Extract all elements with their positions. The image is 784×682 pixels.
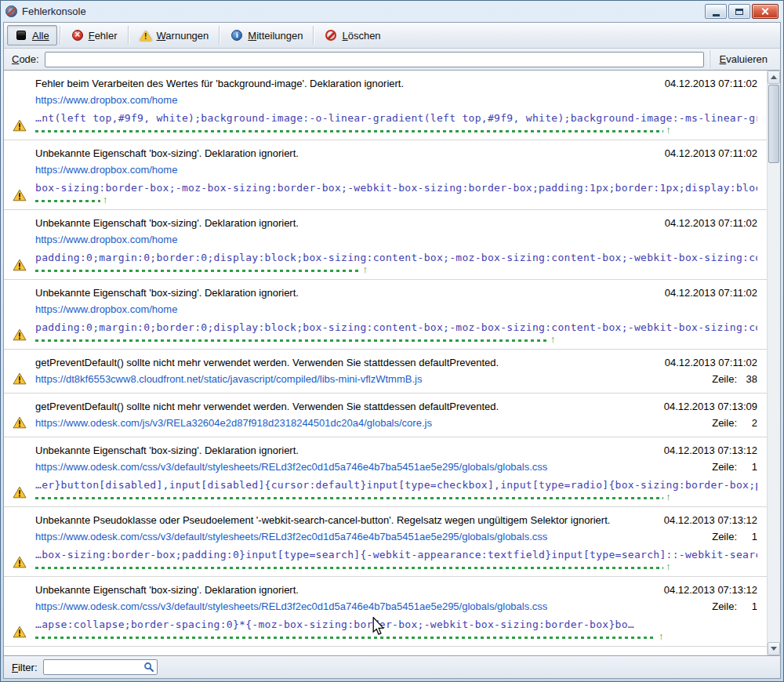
entry-message: getPreventDefault() sollte nicht mehr ve…	[35, 356, 665, 370]
warning-icon	[13, 259, 27, 271]
warning-icon	[13, 486, 27, 499]
error-position-dashes	[35, 637, 656, 639]
console-entry[interactable]: Unbekannte Eigenschaft 'box-sizing'. Dek…	[4, 210, 767, 280]
entry-message: Unbekannte Eigenschaft 'box-sizing'. Dek…	[35, 583, 664, 597]
entry-message: Unbekannte Eigenschaft 'box-sizing'. Dek…	[35, 216, 665, 230]
entry-timestamp: 04.12.2013 07:13:09	[664, 400, 757, 414]
error-position-arrow-icon: ↑	[659, 630, 664, 642]
error-position-dashes	[35, 339, 548, 342]
console-message-list: Fehler beim Verarbeiten des Wertes für '…	[4, 71, 780, 655]
entry-message: Unbekannte Eigenschaft 'box-sizing'. Dek…	[35, 147, 665, 161]
arrow-up-icon	[771, 75, 777, 79]
entry-message: getPreventDefault() sollte nicht mehr ve…	[35, 400, 664, 414]
evaluate-button[interactable]: Evaluieren	[710, 50, 777, 68]
error-position-dashes	[35, 567, 663, 569]
error-position-arrow-icon: ↑	[666, 491, 671, 502]
entry-source-link[interactable]: https://www.odesk.com/js/v3/RELa32604e2d…	[35, 416, 712, 430]
error-position-arrow-icon: ↑	[362, 263, 368, 275]
console-entry[interactable]: Unbekannte Eigenschaft 'box-sizing'. Dek…	[4, 577, 767, 647]
error-position-dashes	[35, 130, 663, 132]
error-position-arrow-icon: ↑	[666, 124, 671, 136]
code-input[interactable]	[45, 52, 704, 67]
console-entry[interactable]: getPreventDefault() sollte nicht mehr ve…	[4, 394, 767, 437]
filter-search-box	[43, 659, 158, 675]
entry-line-info: Zeile: 2	[712, 416, 757, 430]
toolbar-buttons: Alle Fehler Warnungen Mitteilungen Lösch…	[4, 23, 780, 49]
toolbar-button-label: Löschen	[342, 30, 380, 42]
entry-timestamp: 04.12.2013 07:13:12	[664, 583, 757, 597]
console-entry[interactable]: Unbekannte Pseudoklasse oder Pseudoeleme…	[4, 507, 767, 577]
toolbar-button-label: Alle	[32, 30, 49, 42]
entry-timestamp: 04.12.2013 07:13:12	[664, 513, 757, 528]
toolbar-button-clear[interactable]: Löschen	[317, 25, 388, 45]
entry-source-link[interactable]: https://dt8kf6553cww8.cloudfront.net/sta…	[35, 372, 712, 386]
maximize-button[interactable]	[728, 4, 750, 19]
code-eval-bar: Code: Evaluieren	[4, 49, 780, 71]
warning-icon	[13, 416, 27, 429]
error-position-arrow-icon: ↑	[550, 333, 556, 345]
filter-input[interactable]	[43, 659, 158, 675]
close-icon	[761, 7, 770, 16]
clear-console-icon	[325, 29, 337, 42]
errors-filter-icon	[71, 29, 84, 42]
toolbar-button-warnings[interactable]: Warnungen	[132, 25, 217, 45]
warning-icon	[13, 328, 27, 341]
entry-source-link[interactable]: https://www.dropbox.com/home	[35, 303, 757, 317]
entry-code-snippet: box-sizing:border-box;-moz-box-sizing:bo…	[35, 181, 757, 195]
vertical-scrollbar[interactable]	[767, 71, 780, 655]
toolbar-button-all[interactable]: Alle	[7, 25, 57, 45]
console-entry[interactable]: Unbekannte Eigenschaft 'box-sizing'. Dek…	[4, 437, 767, 507]
messages-filter-icon	[230, 29, 243, 42]
entry-source-link[interactable]: https://www.dropbox.com/home	[35, 233, 757, 247]
entry-code-snippet: …nt(left top,#9f9, white);background-ima…	[35, 111, 757, 125]
close-button[interactable]	[752, 4, 779, 19]
toolbar-separator	[60, 26, 61, 45]
entry-code-snippet: …er}button[disabled],input[disabled]{cur…	[35, 478, 757, 492]
console-entry[interactable]: Fehler beim Verarbeiten des Wertes für '…	[4, 71, 767, 140]
warning-icon	[13, 189, 27, 201]
entry-source-link[interactable]: https://www.odesk.com/css/v3/default/sty…	[35, 600, 712, 614]
console-entry[interactable]: getPreventDefault() sollte nicht mehr ve…	[4, 350, 767, 394]
entry-timestamp: 04.12.2013 07:11:02	[665, 77, 757, 91]
warning-icon	[13, 556, 27, 568]
entry-line-info: Zeile: 1	[712, 460, 757, 474]
toolbar-button-errors[interactable]: Fehler	[64, 25, 125, 45]
minimize-button[interactable]	[705, 4, 727, 19]
entry-message: Unbekannte Pseudoklasse oder Pseudoeleme…	[35, 513, 664, 528]
warning-icon	[13, 626, 27, 638]
scroll-down-button[interactable]	[768, 642, 780, 655]
toolbar-button-label: Warnungen	[157, 30, 209, 42]
entry-message: Fehler beim Verarbeiten des Wertes für '…	[35, 77, 665, 91]
all-categories-icon	[15, 29, 27, 42]
entry-source-link[interactable]: https://www.dropbox.com/home	[35, 93, 757, 107]
console-entry[interactable]: Unbekannte Eigenschaft 'box-sizing'. Dek…	[4, 280, 767, 350]
titlebar: Fehlerkonsole	[1, 1, 783, 22]
toolbar-separator	[219, 26, 220, 45]
entry-line-info: Zeile: 38	[712, 372, 757, 386]
toolbar-separator	[313, 26, 314, 45]
entry-line-info: Zeile: 1	[712, 530, 757, 544]
error-position-dashes	[35, 497, 663, 499]
toolbar-button-messages[interactable]: Mitteilungen	[223, 25, 310, 45]
console-entry[interactable]: Unbekannte Eigenschaft 'box-sizing'. Dek…	[4, 140, 767, 210]
entry-timestamp: 04.12.2013 07:11:02	[665, 356, 757, 370]
scroll-up-button[interactable]	[768, 71, 780, 84]
entry-timestamp: 04.12.2013 07:11:02	[665, 147, 757, 161]
entry-timestamp: 04.12.2013 07:13:12	[664, 444, 757, 458]
entry-source-link[interactable]: https://www.dropbox.com/home	[35, 163, 757, 177]
maximize-icon	[735, 9, 743, 15]
toolbar-separator	[128, 26, 129, 45]
search-icon	[143, 662, 154, 673]
toolbar-button-label: Fehler	[89, 30, 118, 42]
entry-timestamp: 04.12.2013 07:11:02	[665, 286, 757, 300]
entry-timestamp: 04.12.2013 07:11:02	[665, 216, 757, 230]
entry-message: Unbekannte Eigenschaft 'box-sizing'. Dek…	[35, 286, 665, 300]
scrollbar-thumb[interactable]	[768, 85, 779, 163]
entry-code-snippet: padding:0;margin:0;border:0;display:bloc…	[35, 321, 757, 335]
arrow-down-icon	[771, 647, 777, 651]
entry-source-link[interactable]: https://www.odesk.com/css/v3/default/sty…	[35, 530, 712, 544]
minimize-icon	[713, 14, 720, 16]
filter-label: Filter:	[12, 662, 38, 673]
entry-source-link[interactable]: https://www.odesk.com/css/v3/default/sty…	[35, 460, 712, 474]
window-title: Fehlerkonsole	[22, 5, 86, 17]
